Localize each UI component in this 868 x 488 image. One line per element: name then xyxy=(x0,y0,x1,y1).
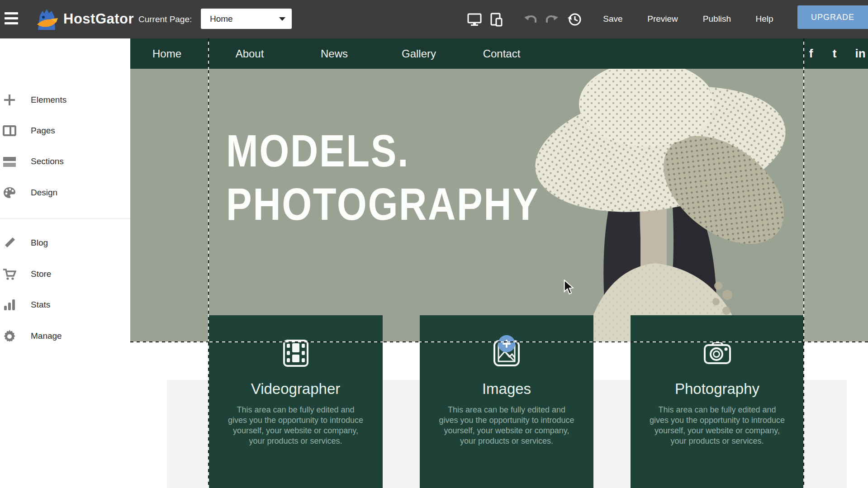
linkedin-icon[interactable]: in xyxy=(855,38,865,69)
editor-sidebar: Elements Pages Sections Design Blog Sto xyxy=(0,38,130,488)
card-title[interactable]: Photography xyxy=(631,380,804,398)
card-body[interactable]: This area can be fully edited and gives … xyxy=(649,405,786,446)
card-body[interactable]: This area can be fully edited and gives … xyxy=(228,405,364,446)
hero-title[interactable]: MODELS. PHOTOGRAPHY xyxy=(226,124,539,231)
add-image-plus-badge-icon[interactable] xyxy=(498,335,515,352)
publish-button[interactable]: Publish xyxy=(703,14,731,24)
facebook-icon[interactable]: f xyxy=(809,38,813,69)
sidebar-divider xyxy=(0,218,130,219)
site-nav-home[interactable]: Home xyxy=(152,38,181,69)
help-button[interactable]: Help xyxy=(755,14,773,24)
hamburger-menu-icon[interactable] xyxy=(5,12,20,26)
hostgator-logo: HostGator xyxy=(33,7,134,31)
save-button[interactable]: Save xyxy=(603,14,622,24)
page-select-dropdown[interactable]: Home xyxy=(201,9,292,29)
gator-mascot-icon xyxy=(33,7,60,31)
redo-icon[interactable] xyxy=(544,12,560,27)
sidebar-item-design[interactable]: Design xyxy=(0,181,130,204)
sidebar-item-blog[interactable]: Blog xyxy=(0,232,130,254)
feature-card-photography: Photography This area can be fully edite… xyxy=(631,315,804,488)
card-title[interactable]: Images xyxy=(420,380,593,398)
chevron-down-icon xyxy=(279,17,285,21)
feature-card-videographer: Videographer This area can be fully edit… xyxy=(209,315,383,488)
card-title[interactable]: Videographer xyxy=(209,380,383,398)
sections-icon xyxy=(3,155,16,168)
sidebar-item-sections[interactable]: Sections xyxy=(0,150,130,173)
hero-title-line1: MODELS. xyxy=(226,124,539,177)
camera-icon[interactable] xyxy=(702,338,733,369)
hero-title-line2: PHOTOGRAPHY xyxy=(226,177,539,231)
sidebar-item-elements[interactable]: Elements xyxy=(0,89,130,111)
site-nav-gallery[interactable]: Gallery xyxy=(402,38,436,69)
site-nav-about[interactable]: About xyxy=(236,38,264,69)
film-icon[interactable] xyxy=(280,338,311,369)
site-canvas: Home About News Gallery Contact f t in xyxy=(130,38,868,488)
feature-card-images: Images This area can be fully edited and… xyxy=(420,315,593,488)
sidebar-item-store[interactable]: Store xyxy=(0,263,130,285)
twitter-icon[interactable]: t xyxy=(833,38,837,69)
sidebar-item-pages[interactable]: Pages xyxy=(0,119,130,142)
site-navbar: Home About News Gallery Contact f t in xyxy=(130,38,868,69)
cart-icon xyxy=(3,267,16,281)
card-body[interactable]: This area can be fully edited and gives … xyxy=(438,405,575,446)
sidebar-item-manage[interactable]: Manage xyxy=(0,325,130,347)
site-nav-contact[interactable]: Contact xyxy=(483,38,521,69)
upgrade-button[interactable]: UPGRADE xyxy=(797,5,868,29)
palette-icon xyxy=(3,186,16,199)
hero-image-section[interactable]: MODELS. PHOTOGRAPHY xyxy=(130,69,868,342)
preview-button[interactable]: Preview xyxy=(647,14,678,24)
desktop-view-icon[interactable] xyxy=(467,12,482,27)
history-icon[interactable] xyxy=(567,12,582,27)
brand-wordmark: HostGator xyxy=(63,11,134,27)
pencil-icon xyxy=(3,236,16,250)
page-select-value: Home xyxy=(210,14,279,24)
editor-topbar: HostGator Current Page: Home Save Previe… xyxy=(0,0,868,38)
undo-icon[interactable] xyxy=(523,12,538,27)
pages-icon xyxy=(3,124,16,137)
sidebar-item-stats[interactable]: Stats xyxy=(0,294,130,316)
gear-icon xyxy=(3,329,16,343)
plus-icon xyxy=(3,93,16,107)
site-nav-news[interactable]: News xyxy=(321,38,348,69)
stats-icon xyxy=(3,298,16,312)
mobile-view-icon[interactable] xyxy=(489,12,504,27)
current-page-label: Current Page: xyxy=(138,14,192,24)
